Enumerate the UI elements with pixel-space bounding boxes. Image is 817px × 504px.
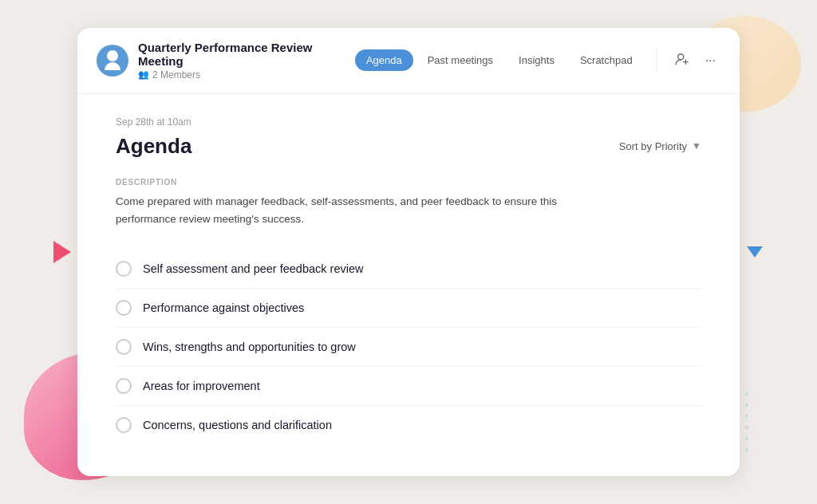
agenda-item[interactable]: Self assessment and peer feedback review bbox=[116, 250, 701, 289]
agenda-item[interactable]: Concerns, questions and clarification bbox=[116, 406, 701, 444]
bg-dot bbox=[745, 392, 748, 396]
sort-control[interactable]: Sort by Priority ▼ bbox=[619, 140, 701, 152]
item-label: Areas for improvement bbox=[143, 380, 260, 392]
meeting-avatar bbox=[97, 45, 128, 77]
agenda-item[interactable]: Wins, strengths and opportunities to gro… bbox=[116, 328, 701, 367]
item-label: Performance against objectives bbox=[143, 301, 304, 314]
card-content: Sep 28th at 10am Agenda Sort by Priority… bbox=[77, 94, 740, 476]
sort-arrow-icon: ▼ bbox=[692, 140, 701, 152]
tab-past-meetings[interactable]: Past meetings bbox=[416, 49, 504, 71]
agenda-header: Agenda Sort by Priority ▼ bbox=[116, 134, 701, 159]
meeting-info: Quarterly Performance Review Meeting 👥 2… bbox=[138, 41, 355, 81]
main-card: Quarterly Performance Review Meeting 👥 2… bbox=[77, 28, 740, 476]
tab-insights[interactable]: Insights bbox=[507, 49, 566, 71]
date-label: Sep 28th at 10am bbox=[116, 116, 701, 128]
bg-dot bbox=[745, 437, 748, 440]
bg-dot bbox=[745, 426, 748, 429]
card-header: Quarterly Performance Review Meeting 👥 2… bbox=[77, 28, 740, 94]
more-options-button[interactable]: ··· bbox=[701, 50, 720, 71]
agenda-title: Agenda bbox=[116, 134, 191, 159]
item-label: Self assessment and peer feedback review bbox=[143, 262, 363, 275]
tab-agenda[interactable]: Agenda bbox=[355, 49, 413, 71]
meeting-members: 👥 2 Members bbox=[138, 69, 355, 81]
item-label: Concerns, questions and clarification bbox=[143, 419, 332, 431]
play-button[interactable] bbox=[46, 236, 78, 268]
add-person-icon bbox=[675, 53, 689, 65]
avatar-head bbox=[107, 50, 118, 61]
add-member-button[interactable] bbox=[670, 49, 694, 72]
header-nav: AgendaPast meetingsInsightsScratchpad bbox=[355, 49, 644, 71]
avatar-body bbox=[105, 62, 120, 70]
avatar-person-icon bbox=[105, 50, 120, 70]
description-section: DESCRIPTION Come prepared with manager f… bbox=[116, 178, 701, 227]
bg-dot bbox=[745, 404, 748, 407]
sort-label: Sort by Priority bbox=[619, 140, 687, 152]
item-label: Wins, strengths and opportunities to gro… bbox=[143, 341, 356, 353]
svg-point-0 bbox=[677, 54, 683, 60]
bg-dot bbox=[745, 415, 748, 418]
item-checkbox[interactable] bbox=[116, 417, 132, 433]
item-checkbox[interactable] bbox=[116, 378, 132, 394]
agenda-item[interactable]: Performance against objectives bbox=[116, 289, 701, 328]
down-arrow-button[interactable] bbox=[747, 246, 763, 258]
agenda-item[interactable]: Areas for improvement bbox=[116, 367, 701, 406]
description-label: DESCRIPTION bbox=[116, 178, 701, 187]
chevron-down-icon bbox=[747, 246, 763, 258]
members-label: 2 Members bbox=[152, 69, 200, 81]
play-icon bbox=[53, 241, 71, 263]
tab-scratchpad[interactable]: Scratchpad bbox=[569, 49, 644, 71]
agenda-items-list: Self assessment and peer feedback review… bbox=[116, 250, 701, 444]
members-icon: 👥 bbox=[138, 69, 149, 80]
item-checkbox[interactable] bbox=[116, 261, 132, 277]
description-text: Come prepared with manager feedback, sel… bbox=[116, 193, 594, 227]
item-checkbox[interactable] bbox=[116, 300, 132, 316]
item-checkbox[interactable] bbox=[116, 339, 132, 355]
header-actions: ··· bbox=[657, 49, 720, 72]
meeting-title: Quarterly Performance Review Meeting bbox=[138, 41, 355, 68]
bg-dot bbox=[745, 448, 748, 451]
